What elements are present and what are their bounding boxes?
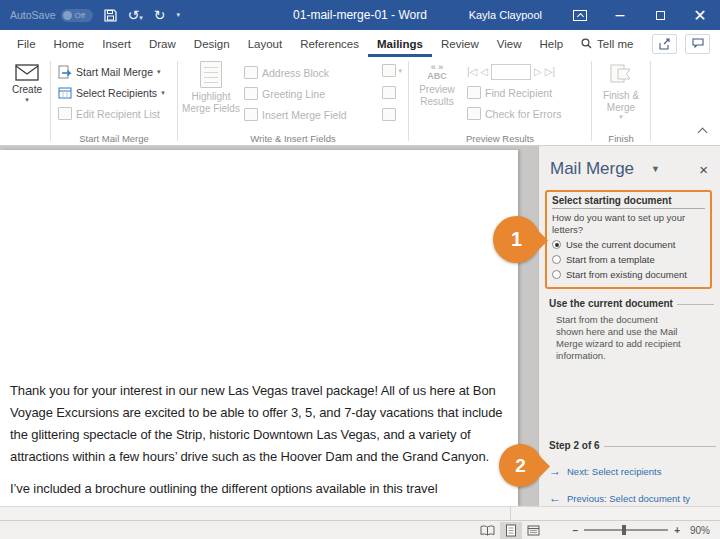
print-layout-button[interactable] bbox=[500, 522, 522, 539]
tab-review[interactable]: Review bbox=[432, 30, 488, 57]
finish-merge-button[interactable]: Finish & Merge ▾ bbox=[596, 61, 646, 121]
create-button[interactable]: Create ▾ bbox=[8, 61, 46, 104]
previous-step-link[interactable]: ← Previous: Select document ty bbox=[549, 491, 716, 505]
use-current-document-heading: Use the current document bbox=[549, 298, 673, 309]
tab-design[interactable]: Design bbox=[185, 30, 239, 57]
undo-button[interactable]: ↺▾ bbox=[128, 8, 143, 22]
check-for-errors-icon bbox=[467, 107, 481, 120]
account-user-name[interactable]: Kayla Claypool bbox=[469, 9, 542, 21]
callout-1-badge: 1 bbox=[493, 216, 540, 263]
tab-help[interactable]: Help bbox=[530, 30, 572, 57]
tab-file[interactable]: File bbox=[8, 30, 45, 57]
use-current-document-section: Use the current document Start from the … bbox=[549, 298, 714, 362]
match-fields-button[interactable] bbox=[382, 86, 402, 99]
last-record-button[interactable]: ▷| bbox=[545, 66, 555, 77]
find-recipient-button[interactable]: Find Recipient bbox=[467, 82, 561, 103]
greeting-line-button[interactable]: Greeting Line bbox=[244, 83, 347, 104]
highlight-merge-fields-icon bbox=[200, 61, 222, 88]
step-indicator: Step 2 of 6 bbox=[549, 440, 600, 451]
zoom-out-button[interactable]: – bbox=[567, 525, 585, 536]
read-mode-button[interactable] bbox=[475, 522, 500, 539]
zoom-percentage[interactable]: 90% bbox=[690, 525, 710, 536]
maximize-button[interactable] bbox=[640, 0, 680, 30]
write-insert-fields-group: Highlight Merge Fields Address Block Gre… bbox=[178, 57, 408, 145]
zoom-in-button[interactable]: + bbox=[668, 525, 686, 536]
envelope-icon bbox=[15, 64, 39, 81]
share-button[interactable] bbox=[652, 34, 677, 54]
quick-access-toolbar-caret-icon[interactable]: ▾ bbox=[177, 11, 181, 19]
tab-insert[interactable]: Insert bbox=[93, 30, 140, 57]
tell-me-label: Tell me bbox=[597, 38, 633, 50]
pane-title: Mail Merge bbox=[550, 159, 634, 179]
zoom-slider[interactable] bbox=[584, 529, 668, 531]
radio-button-icon[interactable] bbox=[552, 240, 561, 249]
greeting-line-label: Greeting Line bbox=[262, 88, 325, 100]
scrollbar-divider bbox=[510, 507, 511, 520]
ribbon-display-options-button[interactable] bbox=[560, 0, 600, 30]
ribbon: Create ▾ Start Mail Merge ▾ bbox=[0, 57, 720, 146]
previous-record-button[interactable]: ◁ bbox=[480, 66, 488, 77]
update-labels-icon bbox=[382, 108, 396, 121]
radio-option-0[interactable]: Use the current document bbox=[552, 239, 705, 250]
redo-button[interactable]: ↻ bbox=[154, 8, 166, 22]
rules-button[interactable]: ▾ bbox=[382, 64, 402, 77]
collapse-ribbon-button[interactable] bbox=[698, 128, 708, 138]
start-mail-merge-group: Start Mail Merge ▾ Select Recipients ▾ E… bbox=[51, 57, 177, 145]
document-workspace: Thank you for your interest in our new L… bbox=[0, 146, 720, 506]
find-recipient-icon bbox=[467, 86, 481, 99]
update-labels-button[interactable] bbox=[382, 108, 402, 121]
radio-option-1[interactable]: Start from a template bbox=[552, 254, 705, 265]
address-block-button[interactable]: Address Block bbox=[244, 62, 347, 83]
tab-draw[interactable]: Draw bbox=[140, 30, 185, 57]
zoom-slider-thumb[interactable] bbox=[622, 525, 626, 535]
web-layout-icon bbox=[527, 525, 540, 536]
highlight-merge-fields-button[interactable]: Highlight Merge Fields bbox=[182, 61, 240, 131]
record-number-input[interactable] bbox=[491, 64, 531, 80]
tab-mailings[interactable]: Mailings bbox=[368, 30, 432, 57]
next-record-button[interactable]: ▷ bbox=[534, 66, 542, 77]
tab-references[interactable]: References bbox=[291, 30, 368, 57]
document-body-text[interactable]: Thank you for your interest in our new L… bbox=[10, 380, 507, 500]
comments-button[interactable] bbox=[685, 34, 710, 54]
tab-view[interactable]: View bbox=[488, 30, 531, 57]
preview-results-button[interactable]: « » ABC Preview Results bbox=[413, 61, 461, 131]
highlight-merge-fields-label: Highlight Merge Fields bbox=[182, 91, 240, 114]
document-page[interactable]: Thank you for your interest in our new L… bbox=[0, 150, 518, 506]
minimize-button[interactable]: – bbox=[600, 0, 640, 30]
start-mail-merge-button[interactable]: Start Mail Merge ▾ bbox=[58, 61, 173, 82]
check-for-errors-button[interactable]: Check for Errors bbox=[467, 103, 561, 124]
first-record-button[interactable]: |◁ bbox=[467, 66, 477, 77]
edit-recipient-list-button[interactable]: Edit Recipient List bbox=[58, 103, 173, 124]
radio-option-2[interactable]: Start from existing document bbox=[552, 269, 705, 280]
preview-results-group-label: Preview Results bbox=[409, 133, 591, 144]
web-layout-button[interactable] bbox=[522, 522, 545, 539]
pane-close-icon[interactable]: × bbox=[699, 162, 708, 177]
ribbon-display-options-icon bbox=[573, 10, 587, 21]
tab-home[interactable]: Home bbox=[45, 30, 94, 57]
insert-merge-field-button[interactable]: Insert Merge Field bbox=[244, 104, 347, 125]
autosave-toggle[interactable]: AutoSave Off bbox=[10, 9, 93, 22]
tab-layout[interactable]: Layout bbox=[239, 30, 292, 57]
create-group: Create ▾ bbox=[4, 57, 50, 145]
radio-button-icon[interactable] bbox=[552, 270, 561, 279]
select-recipients-button[interactable]: Select Recipients ▾ bbox=[58, 82, 173, 103]
radio-button-icon[interactable] bbox=[552, 255, 561, 264]
horizontal-scrollbar[interactable] bbox=[0, 506, 720, 520]
next-step-link[interactable]: → Next: Select recipients bbox=[549, 464, 716, 478]
preview-results-label: Preview Results bbox=[413, 84, 461, 107]
tell-me-box[interactable]: Tell me bbox=[572, 30, 642, 57]
next-step-label: Next: Select recipients bbox=[567, 466, 662, 477]
title-bar: AutoSave Off ↺▾ ↻ ▾ 01-mail-merge-01 - W… bbox=[0, 0, 720, 30]
save-button[interactable] bbox=[104, 9, 117, 22]
select-recipients-caret-icon: ▾ bbox=[161, 89, 165, 97]
select-recipients-label: Select Recipients bbox=[76, 87, 157, 99]
close-button[interactable]: ✕ bbox=[680, 0, 720, 30]
finish-group-label: Finish bbox=[592, 133, 650, 144]
finish-group: Finish & Merge ▾ Finish bbox=[592, 57, 650, 145]
start-mail-merge-group-label: Start Mail Merge bbox=[51, 133, 177, 144]
pane-options-caret-icon[interactable]: ▼ bbox=[651, 164, 660, 174]
insert-merge-field-icon bbox=[244, 108, 258, 121]
address-block-label: Address Block bbox=[262, 67, 329, 79]
autosave-pill[interactable]: Off bbox=[61, 9, 93, 22]
rules-caret-icon: ▾ bbox=[398, 67, 402, 75]
